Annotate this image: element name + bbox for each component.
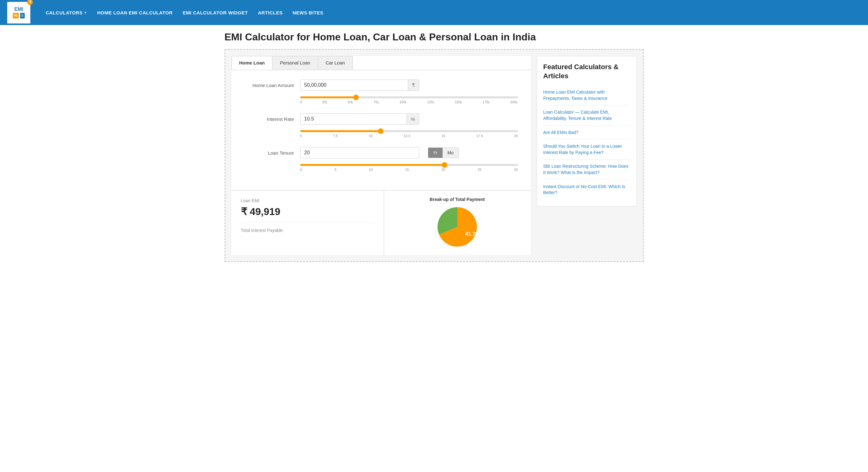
- logo-eq: =: [20, 13, 25, 19]
- loan-tenure-slider-labels: 0 5 10 15 20 25 30: [300, 168, 518, 172]
- interest-rate-slider-labels: 5 7.5 10 12.5 15 17.5 20: [300, 134, 518, 138]
- logo-emi-text: EMI: [14, 6, 23, 12]
- interest-rate-header: Interest Rate %: [244, 113, 518, 124]
- interest-rate-slider[interactable]: [300, 130, 518, 132]
- page-title: EMI Calculator for Home Loan, Car Loan &…: [225, 31, 644, 43]
- result-right-panel: Break-up of Total Payment 41.7%: [384, 190, 530, 255]
- loan-amount-input-wrap: ₹: [300, 80, 419, 91]
- loan-amount-field: Home Loan Amount ₹ 0 25L 50L 75L: [244, 80, 518, 104]
- chart-title: Break-up of Total Payment: [391, 197, 524, 202]
- loan-amount-input[interactable]: [301, 80, 408, 90]
- tab-car-loan[interactable]: Car Loan: [318, 56, 353, 70]
- logo-percent: %: [13, 13, 19, 19]
- main-content: EMI Calculator for Home Loan, Car Loan &…: [215, 25, 653, 268]
- sidebar: Featured Calculators & Articles Home Loa…: [537, 56, 637, 255]
- interest-rate-input-wrap: %: [300, 113, 419, 124]
- loan-tenure-slider-wrap: 0 5 10 15 20 25 30: [300, 161, 518, 172]
- interest-rate-input[interactable]: [301, 114, 407, 124]
- loan-tenure-input-wrap: [300, 147, 419, 158]
- loan-tenure-header: Loan Tenure Yr Mo: [244, 147, 518, 158]
- interest-rate-slider-wrap: 5 7.5 10 12.5 15 17.5 20: [300, 128, 518, 138]
- sidebar-item-5[interactable]: SBI Loan Restructuring Scheme: How Does …: [543, 159, 630, 180]
- loan-amount-header: Home Loan Amount ₹: [244, 80, 518, 91]
- sidebar-item-6[interactable]: Instant Discount or No-Cost EMI: Which I…: [543, 180, 630, 200]
- results-section: Loan EMI ₹ 49,919 Total Interest Payable…: [231, 190, 530, 255]
- nav-emi-widget[interactable]: EMI CALCULATOR WIDGET: [178, 10, 253, 15]
- pie-chart: 41.7%: [391, 205, 524, 249]
- logo-icons: % =: [13, 13, 25, 19]
- sidebar-title: Featured Calculators & Articles: [543, 63, 630, 81]
- rupee-icon: ₹: [27, 0, 33, 5]
- nav-news-bites[interactable]: NEWS BITES: [287, 10, 328, 15]
- sidebar-box: Featured Calculators & Articles Home Loa…: [537, 56, 637, 206]
- loan-tabs: Home Loan Personal Loan Car Loan: [231, 56, 530, 70]
- nav-calculators[interactable]: CALCULATORS ▼: [41, 10, 92, 15]
- emi-label: Loan EMI: [241, 198, 375, 203]
- calculator-panel: Home Loan Personal Loan Car Loan Home Lo…: [231, 56, 530, 255]
- loan-amount-suffix: ₹: [408, 80, 419, 90]
- loan-tenure-field: Loan Tenure Yr Mo 0 5: [244, 147, 518, 172]
- tenure-unit-buttons: Yr Mo: [428, 147, 459, 158]
- nav-articles[interactable]: ARTICLES: [253, 10, 287, 15]
- pie-percentage-label: 41.7%: [465, 231, 479, 237]
- loan-amount-label: Home Loan Amount: [244, 83, 294, 88]
- tab-personal-loan[interactable]: Personal Loan: [272, 56, 318, 70]
- loan-tenure-label: Loan Tenure: [244, 150, 294, 155]
- loan-tenure-slider[interactable]: [300, 164, 518, 166]
- loan-tenure-input[interactable]: [301, 147, 419, 158]
- emi-value: ₹ 49,919: [241, 206, 375, 217]
- logo[interactable]: ₹ EMI % =: [6, 1, 31, 24]
- sidebar-item-2[interactable]: Loan Calculator — Calculate EMI, Afforda…: [543, 106, 630, 125]
- pie-svg: 41.7%: [435, 205, 479, 249]
- calculator-form: Home Loan Amount ₹ 0 25L 50L 75L: [231, 70, 530, 190]
- interest-rate-field: Interest Rate % 5 7.5 10 12.5: [244, 113, 518, 138]
- loan-amount-slider[interactable]: [300, 96, 518, 98]
- sidebar-item-4[interactable]: Should You Switch Your Loan to a Lower I…: [543, 140, 630, 159]
- tab-home-loan[interactable]: Home Loan: [231, 56, 273, 70]
- sidebar-item-1[interactable]: Home Loan EMI Calculator with Prepayment…: [543, 85, 630, 106]
- header: ₹ EMI % = CALCULATORS ▼ HOME LOAN EMI CA…: [0, 0, 868, 25]
- loan-amount-slider-wrap: 0 25L 50L 75L 100L 125L 150L 175L 200L: [300, 94, 518, 104]
- interest-rate-label: Interest Rate: [244, 116, 294, 122]
- nav-home-loan-emi[interactable]: HOME LOAN EMI CALCULATOR: [92, 10, 178, 15]
- loan-amount-slider-labels: 0 25L 50L 75L 100L 125L 150L 175L 200L: [300, 100, 518, 104]
- calculator-wrapper: Home Loan Personal Loan Car Loan Home Lo…: [225, 49, 644, 262]
- interest-rate-suffix: %: [407, 114, 418, 124]
- interest-payable-label: Total Interest Payable: [241, 228, 375, 233]
- tenure-yr-button[interactable]: Yr: [428, 148, 443, 158]
- result-left-panel: Loan EMI ₹ 49,919 Total Interest Payable: [231, 190, 384, 255]
- sidebar-item-3[interactable]: Are All EMIs Bad?: [543, 126, 630, 140]
- tenure-mo-button[interactable]: Mo: [443, 148, 459, 158]
- main-nav: CALCULATORS ▼ HOME LOAN EMI CALCULATOR E…: [41, 10, 329, 15]
- dropdown-arrow-icon: ▼: [84, 11, 87, 14]
